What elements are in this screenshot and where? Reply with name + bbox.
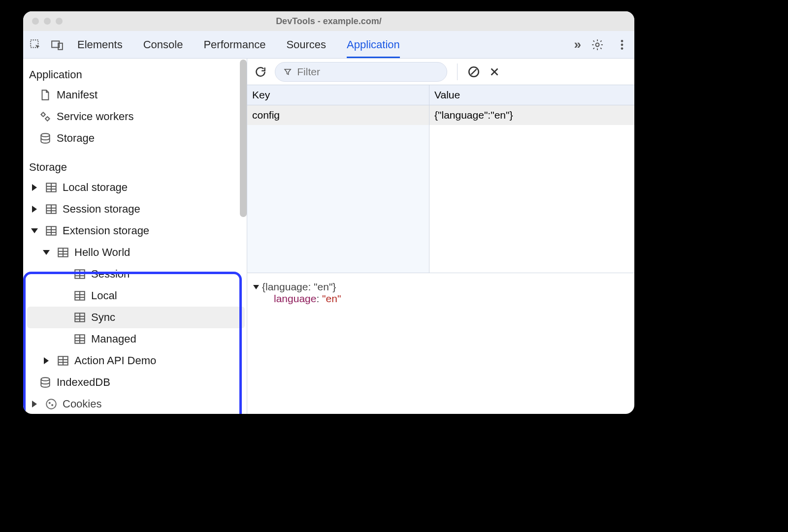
table-row[interactable]: config {"language":"en"} — [247, 105, 634, 125]
tab-application[interactable]: Application — [347, 31, 400, 58]
filter-icon — [283, 67, 292, 77]
table-icon — [73, 268, 86, 281]
clear-all-icon[interactable] — [467, 65, 480, 78]
table-icon — [73, 333, 86, 345]
cell-value: {"language":"en"} — [429, 105, 634, 125]
sidebar-item-action-api-demo[interactable]: Action API Demo — [27, 350, 245, 372]
sidebar-item-service-workers[interactable]: Service workers — [27, 106, 245, 127]
svg-point-6 — [621, 47, 624, 50]
tab-sources[interactable]: Sources — [286, 31, 326, 58]
database-icon — [39, 376, 52, 389]
devtools-window: DevTools - example.com/ ElementsConsoleP… — [23, 11, 634, 414]
filter-input[interactable] — [297, 66, 439, 78]
collapse-icon[interactable] — [253, 285, 259, 289]
sidebar-item-sync[interactable]: Sync — [27, 307, 245, 328]
svg-point-20 — [46, 399, 56, 409]
svg-point-21 — [49, 403, 50, 404]
storage-toolbar — [247, 59, 634, 85]
expand-icon[interactable] — [29, 184, 40, 191]
table-icon — [45, 181, 58, 194]
delete-selected-icon[interactable] — [488, 65, 501, 78]
sidebar-item-local[interactable]: Local — [27, 285, 245, 307]
svg-point-9 — [41, 133, 49, 137]
application-sidebar: Application Manifest Service workers Sto… — [23, 59, 247, 414]
label: Local storage — [63, 181, 128, 194]
svg-point-5 — [621, 43, 624, 46]
sidebar-item-hello-world[interactable]: Hello World — [27, 242, 245, 263]
table-icon — [57, 246, 69, 259]
sidebar-item-session-storage[interactable]: Session storage — [27, 198, 245, 220]
tab-elements[interactable]: Elements — [77, 31, 123, 58]
expand-icon[interactable] — [29, 401, 40, 407]
table-icon — [45, 224, 58, 237]
filter-field[interactable] — [275, 62, 447, 82]
storage-panel: Key Value config {"language":"en"} {lang… — [247, 59, 634, 414]
table-icon — [73, 311, 86, 324]
more-tabs-icon[interactable]: » — [574, 37, 579, 52]
section-storage: Storage — [27, 157, 245, 177]
svg-point-7 — [41, 113, 45, 116]
separator — [457, 63, 458, 80]
label: Manifest — [57, 89, 98, 101]
value-preview: {language: "en"} language: "en" — [247, 273, 634, 313]
label: Sync — [91, 311, 115, 324]
section-application: Application — [27, 64, 245, 84]
preview-property[interactable]: language: "en" — [253, 293, 628, 305]
window-title: DevTools - example.com/ — [23, 16, 634, 27]
tab-console[interactable]: Console — [143, 31, 183, 58]
titlebar: DevTools - example.com/ — [23, 11, 634, 31]
col-value[interactable]: Value — [429, 85, 634, 105]
inspect-element-icon[interactable] — [29, 38, 42, 51]
expand-icon[interactable] — [29, 206, 40, 213]
gears-icon — [39, 110, 52, 123]
sidebar-item-storage[interactable]: Storage — [27, 127, 245, 149]
tab-performance[interactable]: Performance — [203, 31, 265, 58]
device-toolbar-icon[interactable] — [51, 38, 64, 51]
refresh-icon[interactable] — [254, 65, 267, 78]
preview-summary[interactable]: {language: "en"} — [253, 281, 628, 293]
scrollbar-thumb[interactable] — [240, 60, 247, 217]
label: Action API Demo — [74, 354, 156, 367]
svg-point-22 — [52, 405, 53, 406]
kebab-menu-icon[interactable] — [616, 38, 628, 51]
label: Cookies — [63, 398, 101, 410]
label: IndexedDB — [57, 376, 110, 389]
svg-point-4 — [621, 40, 624, 42]
sidebar-item-session[interactable]: Session — [27, 263, 245, 285]
storage-table: Key Value config {"language":"en"} — [247, 85, 634, 273]
cell-key: config — [247, 105, 429, 125]
devtools-tabbar: ElementsConsolePerformanceSourcesApplica… — [23, 31, 634, 59]
label: Local — [91, 289, 117, 302]
svg-point-3 — [596, 43, 599, 46]
label: Session storage — [63, 203, 140, 216]
sidebar-item-manifest[interactable]: Manifest — [27, 84, 245, 106]
sidebar-item-local-storage[interactable]: Local storage — [27, 177, 245, 198]
label: Storage — [57, 132, 95, 145]
collapse-icon[interactable] — [29, 228, 40, 233]
col-key[interactable]: Key — [247, 85, 429, 105]
label: Managed — [91, 333, 136, 345]
label: Hello World — [74, 246, 130, 259]
sidebar-item-cookies[interactable]: Cookies — [27, 393, 245, 414]
sidebar-item-managed[interactable]: Managed — [27, 328, 245, 350]
sidebar-item-indexeddb[interactable]: IndexedDB — [27, 372, 245, 393]
cookie-icon — [45, 398, 58, 410]
sidebar-item-extension-storage[interactable]: Extension storage — [27, 220, 245, 242]
gear-icon[interactable] — [591, 38, 604, 51]
label: Service workers — [57, 110, 133, 123]
table-empty-area — [247, 125, 634, 273]
table-icon — [45, 203, 58, 216]
database-icon — [39, 132, 52, 145]
svg-point-19 — [41, 377, 49, 381]
label: Session — [91, 268, 130, 281]
file-icon — [39, 89, 52, 101]
svg-point-8 — [46, 117, 49, 121]
label: Extension storage — [63, 224, 149, 237]
table-icon — [57, 354, 69, 367]
table-icon — [73, 289, 86, 302]
collapse-icon[interactable] — [41, 250, 52, 255]
expand-icon[interactable] — [41, 357, 52, 364]
